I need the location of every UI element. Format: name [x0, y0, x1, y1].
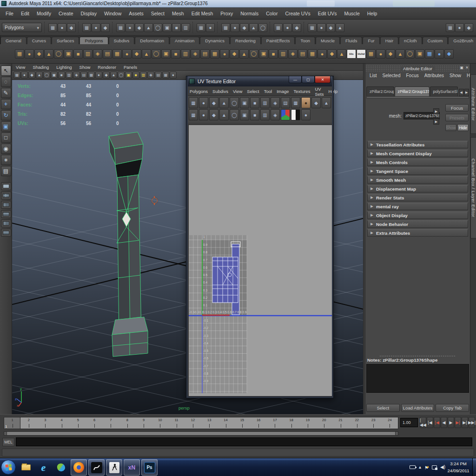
- shelf-icon[interactable]: ◆: [132, 49, 141, 59]
- node-tab[interactable]: zPillar2:Group1376Shape: [395, 86, 430, 96]
- snap-icon[interactable]: ◯: [258, 23, 267, 32]
- current-frame-marker[interactable]: 1: [4, 417, 20, 429]
- uv-menu-item[interactable]: Polygons: [187, 89, 210, 94]
- presets-button[interactable]: Presets: [445, 114, 469, 121]
- uv-tool-icon[interactable]: ●: [199, 97, 208, 108]
- pillar-model[interactable]: [109, 132, 148, 357]
- show-desktop-button[interactable]: [472, 458, 476, 476]
- range-bar[interactable]: [4, 431, 398, 436]
- minimize-button[interactable]: [289, 76, 302, 83]
- timeline-frame[interactable]: 14: [218, 417, 234, 429]
- menu-item[interactable]: Assets: [125, 11, 147, 16]
- timeline-frame[interactable]: 17: [267, 417, 283, 429]
- shelf-icon[interactable]: ▤: [298, 49, 307, 59]
- selection-mask-icon[interactable]: ●: [126, 23, 134, 32]
- timeline-frame[interactable]: 6: [86, 417, 102, 429]
- shelf-tab[interactable]: Fur: [363, 37, 379, 44]
- tab-scroll-left-icon[interactable]: ◀: [459, 89, 464, 96]
- shelf-icon[interactable]: ◈: [288, 49, 298, 59]
- scene-file-icon[interactable]: ▦: [48, 23, 57, 32]
- shelf-icon[interactable]: ▥: [181, 49, 190, 59]
- menu-item[interactable]: Normals: [237, 11, 262, 16]
- panel-toolbar-icon[interactable]: ▦: [162, 72, 169, 79]
- attribute-menu-item[interactable]: Attributes: [422, 73, 446, 80]
- pin-panel-icon[interactable]: ▣: [460, 66, 463, 70]
- shelf-icon[interactable]: ◈: [93, 49, 102, 59]
- attribute-menu-item[interactable]: Focus: [403, 73, 421, 80]
- timeline-frame[interactable]: 20: [316, 417, 332, 429]
- panel-menu-item[interactable]: Shading: [29, 65, 53, 70]
- panel-toolbar-icon[interactable]: ▥: [66, 72, 73, 79]
- footer-button[interactable]: Copy Tab: [436, 404, 469, 412]
- timeline-frame[interactable]: 10: [152, 417, 168, 429]
- menu-item[interactable]: Create: [55, 11, 77, 16]
- select-tool[interactable]: [1, 66, 11, 76]
- selection-mask-icon[interactable]: ◯: [153, 23, 162, 32]
- attribute-editor-header[interactable]: Attribute Editor ▣ ✕: [365, 65, 470, 72]
- panel-menu-item[interactable]: Panels: [120, 65, 141, 70]
- shelf-tab[interactable]: Hair: [380, 37, 398, 44]
- timeline-frame[interactable]: 3: [37, 417, 53, 429]
- uv-texture-editor-window[interactable]: UV Texture Editor PolygonsSubdivsViewSel…: [186, 76, 334, 398]
- shelf-tab[interactable]: Dynamics: [200, 37, 230, 44]
- panel-toolbar-icon[interactable]: ▦: [13, 72, 20, 79]
- uv-tool-icon[interactable]: ▣: [240, 109, 249, 120]
- shelf-icon[interactable]: ●: [317, 49, 327, 59]
- menu-item[interactable]: Display: [77, 11, 100, 16]
- shelf-icon[interactable]: ▦: [425, 49, 434, 59]
- attribute-section-bar[interactable]: Render Stats: [367, 194, 468, 201]
- shelf-icon[interactable]: ●: [376, 49, 385, 59]
- node-tab[interactable]: zPillar2:Group1376: [366, 86, 394, 96]
- shelf-icon[interactable]: ▦: [308, 49, 317, 59]
- menu-item[interactable]: Help: [364, 11, 381, 16]
- shelf-icon[interactable]: ▦: [112, 49, 122, 59]
- menu-item[interactable]: Select: [147, 11, 168, 16]
- attribute-section-bar[interactable]: Displacement Map: [367, 185, 468, 192]
- menu-item[interactable]: Muscle: [341, 11, 364, 16]
- uv-tool-icon[interactable]: ◆: [209, 109, 218, 120]
- node-tab[interactable]: polySurfaceShape1: [430, 86, 458, 96]
- uv-tool-icon[interactable]: ●: [301, 109, 311, 120]
- panel-menu-item[interactable]: Show: [76, 65, 94, 70]
- uv-menu-item[interactable]: UV Sets: [312, 86, 326, 97]
- playback-button[interactable]: |◀: [434, 417, 440, 428]
- menu-item[interactable]: Modify: [33, 11, 55, 16]
- selection-mask-icon[interactable]: ▣: [163, 23, 172, 32]
- shelf-tab[interactable]: Fluids: [340, 37, 362, 44]
- shelf-icon[interactable]: ▣: [64, 49, 73, 59]
- sidebar-toggle-icon[interactable]: ●: [455, 23, 464, 32]
- shelf-icon[interactable]: ■: [73, 49, 83, 59]
- sidebar-toggle-icon[interactable]: ▦: [446, 23, 455, 32]
- scene-file-icon[interactable]: ◆: [67, 23, 76, 32]
- attribute-section-bar[interactable]: Smooth Mesh: [367, 176, 468, 184]
- shelf-icon[interactable]: ▲: [396, 49, 405, 59]
- taskbar-internet-explorer[interactable]: e: [35, 459, 52, 476]
- focus-button[interactable]: Focus: [445, 104, 469, 112]
- panel-toolbar-icon[interactable]: ■: [58, 72, 65, 79]
- taskbar-clock[interactable]: 3:24 PM 24/09/2011: [445, 460, 471, 474]
- playback-button[interactable]: ▶: [448, 417, 454, 428]
- shelf-tab[interactable]: Polygons: [79, 37, 108, 44]
- attribute-menu-item[interactable]: List: [367, 73, 379, 80]
- uv-tool-icon[interactable]: ◈: [271, 109, 280, 120]
- attribute-section-bar[interactable]: Tessellation Attributes: [367, 141, 468, 148]
- render-icon[interactable]: ▲: [336, 23, 344, 32]
- timeline-track[interactable]: 1 2 3 4 5 6 7 8 9 10 11 12: [4, 417, 398, 429]
- shelf-icon[interactable]: ◆: [34, 49, 44, 59]
- shelf-icon[interactable]: ▲: [337, 49, 346, 59]
- rotate-tool[interactable]: [1, 110, 11, 120]
- timeline-frame[interactable]: 8: [119, 417, 135, 429]
- history-icon[interactable]: ●: [283, 23, 292, 32]
- selection-mask-icon[interactable]: ◆: [135, 23, 144, 32]
- timeline-frame[interactable]: 13: [201, 417, 218, 429]
- footer-button[interactable]: Select: [366, 404, 400, 412]
- shelf-icon[interactable]: ▣: [259, 49, 268, 59]
- uv-menu-item[interactable]: View: [231, 89, 245, 94]
- notes-splitter[interactable]: [379, 355, 456, 357]
- playback-button[interactable]: ▶|: [462, 417, 468, 428]
- soft-modification-tool[interactable]: [1, 144, 11, 154]
- shelf-icon[interactable]: ◆: [230, 49, 239, 59]
- playback-speed-field[interactable]: 1.00: [400, 418, 418, 427]
- attribute-section-bar[interactable]: Object Display: [367, 212, 468, 219]
- shelf-icon-history[interactable]: His: [347, 49, 356, 59]
